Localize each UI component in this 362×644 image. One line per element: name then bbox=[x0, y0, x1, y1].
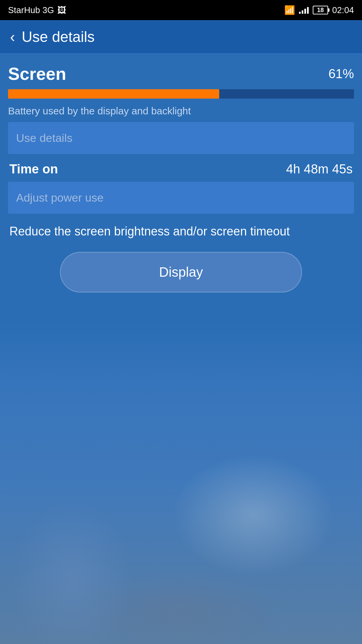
progress-bar-container bbox=[8, 89, 354, 99]
section-percent: 61% bbox=[328, 67, 354, 81]
reduce-description: Reduce the screen brightness and/or scre… bbox=[8, 223, 354, 240]
adjust-power-button[interactable]: Adjust power use bbox=[8, 182, 354, 214]
time-on-value: 4h 48m 45s bbox=[286, 162, 353, 176]
time-label: 02:04 bbox=[332, 5, 354, 15]
progress-bar-fill bbox=[8, 89, 219, 99]
bottom-background bbox=[0, 322, 362, 644]
toolbar-title: Use details bbox=[22, 29, 95, 45]
carrier-label: StarHub 3G bbox=[8, 5, 54, 15]
use-details-button[interactable]: Use details bbox=[8, 122, 354, 154]
section-header: Screen 61% bbox=[8, 64, 354, 84]
battery-icon: 18 bbox=[313, 6, 328, 14]
signal-bars-icon bbox=[299, 6, 309, 14]
toolbar: ‹ Use details bbox=[0, 20, 362, 54]
time-on-row: Time on 4h 48m 45s bbox=[8, 162, 354, 176]
status-left: StarHub 3G 🖼 bbox=[8, 5, 66, 15]
section-title: Screen bbox=[8, 64, 66, 84]
battery-description: Battery used by the display and backligh… bbox=[8, 105, 354, 117]
image-icon: 🖼 bbox=[57, 5, 66, 15]
time-on-label: Time on bbox=[9, 162, 58, 176]
status-bar: StarHub 3G 🖼 📶 18 02:04 bbox=[0, 0, 362, 20]
status-right: 📶 18 02:04 bbox=[284, 5, 354, 15]
display-button[interactable]: Display bbox=[60, 252, 302, 292]
back-button[interactable]: ‹ bbox=[10, 30, 15, 44]
wifi-icon: 📶 bbox=[284, 5, 295, 15]
